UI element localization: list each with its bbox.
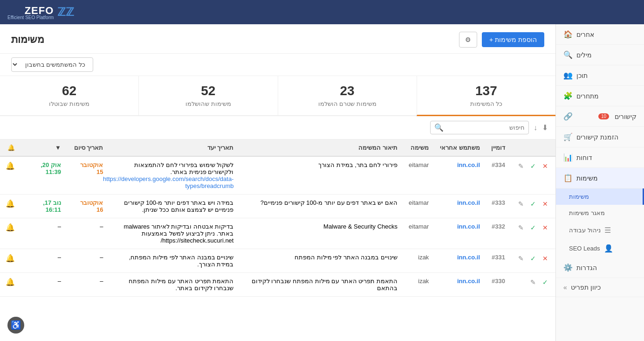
sidebar-item-tasks-list[interactable]: משימות (556, 188, 644, 205)
description-link[interactable]: https://developers.google.com/search/doc… (103, 175, 233, 189)
user-cell: eitamar (403, 195, 434, 218)
complete-button[interactable]: ✓ (528, 199, 538, 209)
user-name: izak (418, 254, 429, 261)
sidebar-label-tasks-list: משימות (569, 193, 589, 200)
header-actions: הוספת משימות + ⚙ (459, 32, 544, 48)
delete-button[interactable]: ✕ (541, 199, 550, 209)
complete-button[interactable]: ✓ (528, 254, 538, 263)
columns-icon[interactable]: ⬇ (542, 123, 548, 132)
stat-complete[interactable]: 52 משימות שהושלמו (138, 76, 277, 115)
stat-all[interactable]: 137 כל המשימות (417, 76, 555, 116)
task-number: #330 (492, 278, 505, 285)
sidebar-item-settings[interactable]: הגדרות ⚙️ (556, 257, 644, 278)
edit-button[interactable]: ✎ (528, 278, 538, 287)
delete-button[interactable]: ✕ (541, 161, 550, 171)
sidebar-item-links[interactable]: קישורים 10 🔗 (556, 106, 644, 127)
sidebar-item-tasks-parent[interactable]: משימות 📋 (556, 168, 644, 188)
bell-icon[interactable]: 🔔 (6, 200, 15, 208)
sidebar-item-competitors[interactable]: מתחרים 🧩 (556, 86, 644, 106)
bell-icon[interactable]: 🔔 (6, 254, 15, 262)
row-actions-cell: ✕✓✎ (511, 249, 555, 273)
sidebar-label-order-links: הזמנת קישורים (576, 133, 618, 141)
table-controls: ⬇ ↓ 🔍 (0, 116, 555, 139)
bell-icon[interactable]: 🔔 (6, 223, 15, 231)
delete-button[interactable]: ✕ (541, 254, 550, 263)
row-actions: ✕✓✎ (516, 199, 550, 209)
target-date-cell: – (67, 249, 109, 273)
task-number-cell: #333 (486, 195, 511, 218)
logo-sub: Efficient SEO Platform (7, 15, 54, 20)
user-name: izak (418, 278, 429, 285)
search-input[interactable] (446, 124, 525, 131)
sidebar-label-settings: הגדרות (576, 264, 597, 271)
complete-button[interactable]: ✓ (528, 161, 538, 171)
task-number-cell: #330 (486, 273, 511, 297)
accessibility-button[interactable]: ♿ (7, 317, 24, 334)
sidebar-label-work-management: ניהול עבודה (569, 227, 601, 234)
stat-incomplete-number: 23 (282, 84, 413, 98)
complete-button[interactable]: ✓ (541, 278, 550, 287)
domain-link[interactable]: inn.co.il (457, 254, 480, 261)
logo-area: ℤℤ ZEFO Efficient SEO Platform (7, 5, 74, 20)
end-date: אוק 20, 11:39 (41, 161, 61, 175)
domain-cell: inn.co.il (434, 156, 486, 195)
domain-link[interactable]: inn.co.il (457, 278, 480, 285)
table-row: ✓✎#330inn.co.ilizakהתאמת תפריט האתר עם מ… (0, 273, 555, 297)
end-date: – (58, 254, 61, 261)
sidebar-label-task-manager: מאגר משימות (569, 209, 605, 216)
description-cell: שינויים במבנה האתר לפי מילות המפתח, במיד… (109, 249, 239, 273)
reports-icon: 📊 (563, 153, 573, 162)
sidebar-item-content[interactable]: תוכן 👥 (556, 65, 644, 86)
description-cell: לשקול שימוש בפירורי לחם להתמצאות ולקישור… (109, 156, 239, 195)
task-cell: האם יש באתר דפים עם יותר מ-100 קישורים פ… (239, 195, 403, 218)
sidebar-item-expand[interactable]: כיוון תפריט » (556, 278, 644, 297)
table-row: ✕✓✎#331inn.co.ilizakשינויים במבנה האתר ל… (0, 249, 555, 273)
filter-button[interactable]: ⚙ (459, 32, 477, 48)
bell-cell: 🔔 (0, 218, 21, 249)
domain-link[interactable]: inn.co.il (457, 199, 480, 206)
task-number-cell: #334 (486, 156, 511, 195)
accessibility-icon: ♿ (11, 320, 21, 330)
target-date-cell: אוקטובר 16 (67, 195, 109, 218)
domain-cell: inn.co.il (434, 249, 486, 273)
bell-icon[interactable]: 🔔 (6, 278, 15, 286)
sidebar-item-order-links[interactable]: הזמנת קישורים 🛒 (556, 127, 644, 147)
task-cell: Malware & Security Checks (239, 218, 403, 249)
sidebar-item-work-management[interactable]: ☰ ניהול עבודה (556, 221, 644, 239)
task-number: #332 (492, 223, 505, 230)
edit-button[interactable]: ✎ (516, 254, 526, 263)
domain-link[interactable]: inn.co.il (457, 223, 480, 230)
col-user: משתמש אחראי (434, 139, 486, 156)
links-icon: 🔗 (563, 112, 573, 121)
search-icon: 🔍 (434, 123, 444, 132)
competitors-icon: 🧩 (563, 91, 573, 100)
account-bar: כל המשתמשים בחשבון (0, 54, 555, 76)
stat-cancelled[interactable]: 62 משימות שבוטלו (0, 76, 138, 115)
domain-link[interactable]: inn.co.il (457, 161, 480, 168)
stat-complete-number: 52 (143, 84, 274, 98)
bell-icon[interactable]: 🔔 (6, 162, 15, 170)
complete-button[interactable]: ✓ (528, 223, 538, 232)
sidebar-item-task-manager[interactable]: מאגר משימות (556, 205, 644, 221)
col-sort[interactable]: ▼ (21, 139, 67, 156)
sidebar-item-reports[interactable]: דוחות 📊 (556, 147, 644, 168)
bell-cell: 🔔 (0, 156, 21, 195)
col-task: משימה (403, 139, 434, 156)
stat-incomplete[interactable]: 23 משימות שטרם הושלמו (278, 76, 417, 115)
export-icon[interactable]: ↓ (534, 124, 537, 132)
task-number-cell: #332 (486, 218, 511, 249)
sidebar-item-words[interactable]: מילים 🔍 (556, 45, 644, 65)
end-date: נוב 17, 16:11 (43, 199, 61, 213)
edit-button[interactable]: ✎ (516, 161, 526, 171)
edit-button[interactable]: ✎ (516, 199, 526, 209)
delete-button[interactable]: ✕ (541, 223, 550, 232)
end-date-cell: – (21, 273, 67, 297)
sidebar-label-words: מילים (576, 51, 592, 59)
words-icon: 🔍 (563, 50, 573, 59)
account-selector[interactable]: כל המשתמשים בחשבון (11, 57, 93, 72)
sidebar-item-seo-leads[interactable]: 👤 SEO Leads (556, 239, 644, 257)
sidebar-item-home[interactable]: אחרים 🏠 (556, 24, 644, 45)
edit-button[interactable]: ✎ (516, 223, 526, 232)
main-layout: אחרים 🏠 מילים 🔍 תוכן 👥 מתחרים 🧩 קישורים … (0, 24, 644, 341)
add-task-button[interactable]: הוספת משימות + (482, 32, 544, 47)
